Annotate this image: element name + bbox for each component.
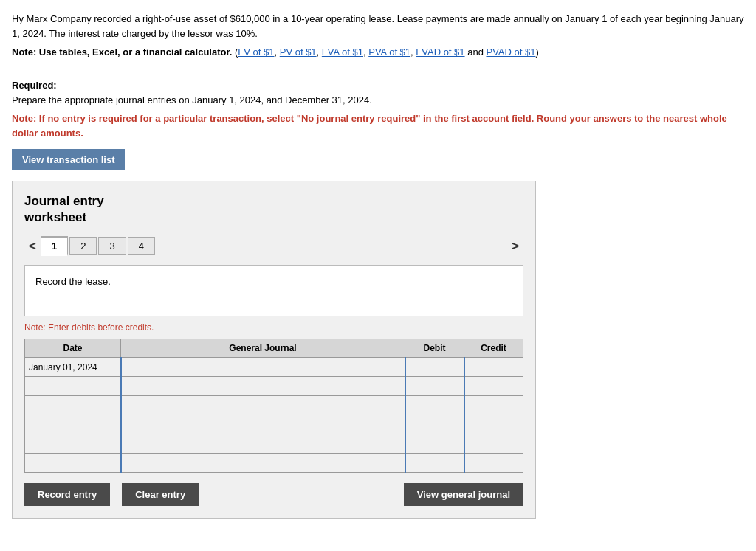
table-row [25,358,523,377]
record-box-text: Record the lease. [35,276,111,287]
credit-cell-6[interactable] [464,454,523,473]
view-general-journal-button[interactable]: View general journal [404,483,523,506]
debit-input-2[interactable] [406,377,464,395]
gj-cell-5[interactable] [121,434,405,454]
credit-cell-1[interactable] [464,358,523,377]
note-debits: Note: Enter debits before credits. [24,322,523,333]
required-label: Required: [12,80,57,91]
journal-table: Date General Journal Debit Credit [24,339,523,473]
pvad-link[interactable]: PVAD of $1 [486,46,535,58]
gj-input-4[interactable] [122,415,405,434]
debit-cell-6[interactable] [405,454,464,473]
credit-input-2[interactable] [465,377,523,395]
record-entry-button[interactable]: Record entry [24,483,110,506]
date-cell-1[interactable] [25,358,121,377]
table-row [25,396,523,415]
gj-cell-1[interactable] [121,358,405,377]
pv-link[interactable]: PV of $1 [280,46,317,58]
bottom-buttons: Record entry Clear entry View general jo… [24,483,523,506]
gj-cell-4[interactable] [121,415,405,434]
date-cell-5[interactable] [25,434,121,454]
table-row [25,434,523,454]
gj-input-3[interactable] [122,396,405,415]
gj-input-5[interactable] [122,434,405,453]
debit-cell-4[interactable] [405,415,464,434]
fvad-link[interactable]: FVAD of $1 [416,46,464,58]
journal-entry-worksheet: Journal entry worksheet < 1 2 3 4 > Reco… [12,181,536,519]
date-input-2[interactable] [25,377,120,395]
credit-cell-2[interactable] [464,377,523,396]
header-debit: Debit [405,339,464,358]
table-row [25,454,523,473]
fv-link[interactable]: FV of $1 [238,46,274,58]
credit-input-4[interactable] [465,415,523,434]
record-box: Record the lease. [24,265,523,316]
debit-input-1[interactable] [406,358,464,376]
tab-next-button[interactable]: > [507,238,523,255]
credit-input-1[interactable] [465,358,523,376]
clear-entry-button[interactable]: Clear entry [122,483,199,506]
debit-input-6[interactable] [406,454,464,472]
fva-link[interactable]: FVA of $1 [322,46,363,58]
tab-row: < 1 2 3 4 > [24,236,523,256]
intro-paragraph: Hy Marx Company recorded a right-of-use … [12,12,744,41]
debit-input-4[interactable] [406,415,464,434]
date-cell-2[interactable] [25,377,121,396]
date-cell-6[interactable] [25,454,121,473]
date-input-5[interactable] [25,434,120,453]
credit-input-6[interactable] [465,454,523,472]
debit-cell-2[interactable] [405,377,464,396]
credit-cell-4[interactable] [464,415,523,434]
tab-prev-button[interactable]: < [24,238,41,255]
date-cell-4[interactable] [25,415,121,434]
debit-input-5[interactable] [406,434,464,453]
intro-text: Hy Marx Company recorded a right-of-use … [12,13,743,39]
tab-2[interactable]: 2 [69,237,97,255]
gj-input-6[interactable] [122,454,405,472]
pva-link[interactable]: PVA of $1 [368,46,410,58]
table-row [25,415,523,434]
table-header-row: Date General Journal Debit Credit [25,339,523,358]
red-note: Note: If no entry is required for a part… [12,111,744,140]
required-paragraph: Required: Prepare the appropriate journa… [12,64,744,108]
tab-1[interactable]: 1 [41,236,68,256]
tab-4[interactable]: 4 [128,237,155,255]
credit-cell-5[interactable] [464,434,523,454]
note-use-label: Note: Use tables, Excel, or a financial … [12,46,232,58]
debit-cell-3[interactable] [405,396,464,415]
gj-cell-3[interactable] [121,396,405,415]
table-row [25,377,523,396]
tab-3[interactable]: 3 [98,237,126,255]
credit-input-3[interactable] [465,396,523,415]
gj-input-1[interactable] [122,358,405,376]
header-date: Date [25,339,121,358]
worksheet-title: Journal entry worksheet [24,193,523,226]
gj-cell-2[interactable] [121,377,405,396]
date-input-3[interactable] [25,396,120,415]
header-credit: Credit [464,339,523,358]
required-text: Prepare the appropriate journal entries … [12,94,372,105]
problem-text: Hy Marx Company recorded a right-of-use … [12,12,744,140]
header-general-journal: General Journal [121,339,405,358]
date-input-1[interactable] [25,358,120,376]
debit-cell-5[interactable] [405,434,464,454]
date-input-6[interactable] [25,454,120,472]
credit-cell-3[interactable] [464,396,523,415]
date-input-4[interactable] [25,415,120,434]
credit-input-5[interactable] [465,434,523,453]
debit-input-3[interactable] [406,396,464,415]
note-use-paragraph: Note: Use tables, Excel, or a financial … [12,45,744,60]
gj-input-2[interactable] [122,377,405,395]
debit-cell-1[interactable] [405,358,464,377]
gj-cell-6[interactable] [121,454,405,473]
view-transaction-button[interactable]: View transaction list [12,149,125,170]
date-cell-3[interactable] [25,396,121,415]
